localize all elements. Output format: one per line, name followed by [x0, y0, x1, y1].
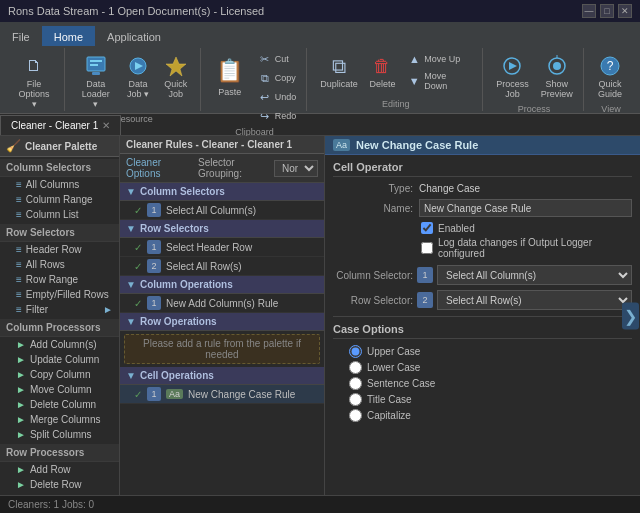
right-panel-title: New Change Case Rule — [356, 139, 478, 151]
sentence-case-radio[interactable] — [349, 377, 362, 390]
row-selectors-arrow: ▼ — [126, 223, 136, 234]
menu-tab-home[interactable]: Home — [42, 26, 95, 46]
data-job-button[interactable]: DataJob ▾ — [120, 50, 156, 102]
col-selectors-title: Column Selectors — [140, 186, 225, 197]
header-row-item[interactable]: ≡ Header Row — [0, 242, 119, 257]
svg-rect-1 — [90, 60, 102, 62]
header-row-icon: ≡ — [16, 244, 22, 255]
delete-button[interactable]: 🗑 Delete — [365, 50, 401, 92]
split-columns-item[interactable]: ► Split Columns — [0, 427, 119, 442]
add-row-label: Add Row — [30, 464, 71, 475]
data-loader-button[interactable]: DataLoader ▾ — [73, 50, 118, 112]
log-checkbox[interactable] — [421, 242, 433, 254]
copy-column-item[interactable]: ► Copy Column — [0, 367, 119, 382]
row-range-icon: ≡ — [16, 274, 22, 285]
sentence-case-label: Sentence Case — [367, 378, 435, 389]
check-icon-5: ✓ — [134, 389, 142, 400]
add-row-item[interactable]: ► Add Row — [0, 462, 119, 477]
column-list-icon: ≡ — [16, 209, 22, 220]
column-list-label: Column List — [26, 209, 79, 220]
quick-job-button[interactable]: QuickJob — [158, 50, 194, 102]
type-row: Type: Change Case — [333, 183, 632, 194]
selector-grouping-label: Selector Grouping: — [198, 157, 270, 179]
capitalize-radio[interactable] — [349, 409, 362, 422]
redo-button[interactable]: ↪ Redo — [253, 107, 302, 125]
move-down-button[interactable]: ▼ Move Down — [402, 69, 476, 93]
undo-button[interactable]: ↩ Undo — [253, 88, 302, 106]
all-rows-item[interactable]: ≡ All Rows — [0, 257, 119, 272]
paste-button[interactable]: 📋 Paste — [209, 50, 251, 102]
cell-ops-label: New Change Case Rule — [188, 389, 295, 400]
selector-grouping-select[interactable]: None — [274, 160, 318, 177]
menu-tab-application[interactable]: Application — [95, 26, 173, 46]
select-all-columns-item[interactable]: ✓ 1 Select All Column(s) — [120, 201, 324, 220]
ribbon-group-clipboard: 📋 Paste ✂ Cut ⧉ Copy ↩ Undo ↪ Redo — [203, 48, 308, 111]
editing-buttons: ⧉ Duplicate 🗑 Delete ▲ Move Up ▼ Move Do… — [315, 50, 476, 93]
new-add-column-item[interactable]: ✓ 1 New Add Column(s) Rule — [120, 294, 324, 313]
right-panel-header: Aa New Change Case Rule — [325, 136, 640, 155]
move-column-item[interactable]: ► Move Column — [0, 382, 119, 397]
name-input[interactable] — [419, 199, 632, 217]
move-up-button[interactable]: ▲ Move Up — [402, 50, 476, 68]
move-buttons: ▲ Move Up ▼ Move Down — [402, 50, 476, 93]
select-all-rows-item[interactable]: ✓ 2 Select All Row(s) — [120, 257, 324, 276]
redo-icon: ↪ — [258, 109, 272, 123]
title-case-radio[interactable] — [349, 393, 362, 406]
middle-panel: Cleaner Rules - Cleaner - Cleaner 1 Clea… — [120, 136, 325, 495]
title-case-row: Title Case — [349, 393, 632, 406]
filter-item[interactable]: ≡ Filter ► — [0, 302, 119, 317]
all-columns-item[interactable]: ≡ All Columns — [0, 177, 119, 192]
doc-tab-close[interactable]: ✕ — [102, 120, 110, 131]
file-options-button[interactable]: 🗋 FileOptions ▾ — [10, 50, 58, 112]
column-list-item[interactable]: ≡ Column List — [0, 207, 119, 222]
col-ops-header[interactable]: ▼ Column Operations — [120, 276, 324, 294]
row-selectors-header[interactable]: ▼ Row Selectors — [120, 220, 324, 238]
enabled-checkbox[interactable] — [421, 222, 433, 234]
quick-job-icon — [163, 53, 189, 79]
column-range-item[interactable]: ≡ Column Range — [0, 192, 119, 207]
lower-case-radio[interactable] — [349, 361, 362, 374]
upper-case-radio[interactable] — [349, 345, 362, 358]
close-button[interactable]: ✕ — [618, 4, 632, 18]
split-columns-label: Split Columns — [30, 429, 92, 440]
cell-ops-header[interactable]: ▼ Cell Operations — [120, 367, 324, 385]
empty-filled-rows-item[interactable]: ≡ Empty/Filled Rows — [0, 287, 119, 302]
add-columns-item[interactable]: ► Add Column(s) — [0, 337, 119, 352]
filter-icon: ≡ — [16, 304, 22, 315]
cell-ops-arrow: ▼ — [126, 370, 136, 381]
ribbon-group-home: 🗋 FileOptions ▾ Home — [4, 48, 65, 111]
minimize-button[interactable]: — — [582, 4, 596, 18]
sentence-case-row: Sentence Case — [349, 377, 632, 390]
check-icon: ✓ — [134, 205, 142, 216]
show-preview-button[interactable]: ShowPreview — [536, 50, 578, 102]
quick-guide-button[interactable]: ? QuickGuide — [592, 50, 628, 102]
maximize-button[interactable]: □ — [600, 4, 614, 18]
delete-column-item[interactable]: ► Delete Column — [0, 397, 119, 412]
row-range-item[interactable]: ≡ Row Range — [0, 272, 119, 287]
doc-tab-cleaner1[interactable]: Cleaner - Cleaner 1 ✕ — [0, 115, 121, 135]
editing-group-label: Editing — [382, 97, 410, 109]
aa-badge: Aa — [166, 389, 183, 399]
menu-tab-file[interactable]: File — [0, 26, 42, 46]
process-job-button[interactable]: ProcessJob — [491, 50, 534, 102]
delete-icon: 🗑 — [369, 53, 395, 79]
check-icon-4: ✓ — [134, 298, 142, 309]
merge-columns-item[interactable]: ► Merge Columns — [0, 412, 119, 427]
ribbon: 🗋 FileOptions ▾ Home DataLoader ▾ DataJo… — [0, 46, 640, 114]
select-header-row-item[interactable]: ✓ 1 Select Header Row — [120, 238, 324, 257]
new-change-case-item[interactable]: ✓ 1 Aa New Change Case Rule — [120, 385, 324, 404]
row-selector-select[interactable]: Select All Row(s) — [437, 290, 632, 310]
move-column-icon: ► — [16, 384, 26, 395]
cleaner-options-link[interactable]: Cleaner Options — [126, 157, 192, 179]
copy-icon: ⧉ — [258, 71, 272, 85]
delete-row-item[interactable]: ► Delete Row — [0, 477, 119, 492]
duplicate-button[interactable]: ⧉ Duplicate — [315, 50, 362, 92]
col-selectors-header[interactable]: ▼ Column Selectors — [120, 183, 324, 201]
col-ops-title: Column Operations — [140, 279, 233, 290]
column-selector-select[interactable]: Select All Column(s) — [437, 265, 632, 285]
copy-button[interactable]: ⧉ Copy — [253, 69, 302, 87]
cut-button[interactable]: ✂ Cut — [253, 50, 302, 68]
right-expand-arrow[interactable]: ❯ — [622, 302, 639, 329]
row-ops-header[interactable]: ▼ Row Operations — [120, 313, 324, 331]
update-column-item[interactable]: ► Update Column — [0, 352, 119, 367]
